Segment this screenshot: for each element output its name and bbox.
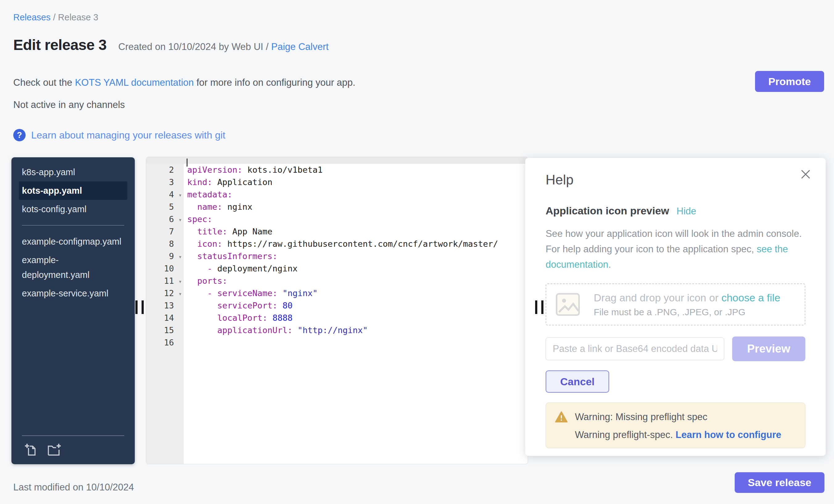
icon-dropzone[interactable]: Drag and drop your icon or choose a file… bbox=[546, 283, 805, 325]
question-circle-icon: ? bbox=[13, 129, 26, 141]
file-item-kots-app.yaml[interactable]: kots-app.yaml bbox=[19, 181, 127, 200]
warning-detail-text: Warning preflight-spec. bbox=[575, 429, 676, 440]
add-folder-icon[interactable] bbox=[47, 443, 61, 457]
warning-triangle-icon bbox=[554, 410, 568, 424]
code-line-6[interactable]: spec: bbox=[187, 213, 528, 225]
help-body: See how your application icon will look … bbox=[546, 226, 811, 272]
code-content[interactable]: ---apiVersion: kots.io/v1beta1kind: Appl… bbox=[187, 157, 528, 349]
line-number-4: 4▾ bbox=[146, 189, 183, 201]
fold-arrow-icon[interactable]: ▾ bbox=[179, 189, 182, 201]
line-numbers: 1234▾56▾789▾1011▾12▾13141516 bbox=[146, 157, 183, 349]
help-body-text-after: . bbox=[608, 259, 611, 270]
code-line-16[interactable] bbox=[187, 336, 528, 349]
file-item-example-service.yaml[interactable]: example-service.yaml bbox=[19, 284, 127, 303]
editor-resize-handle[interactable] bbox=[535, 301, 544, 314]
file-list: k8s-app.yamlkots-app.yamlkots-config.yam… bbox=[12, 157, 135, 308]
docs-hint-text: Check out the bbox=[13, 77, 75, 88]
icon-preview-title: Application icon preview bbox=[546, 205, 669, 217]
yaml-editor[interactable]: 1234▾56▾789▾1011▾12▾13141516 ---apiVersi… bbox=[146, 157, 528, 464]
code-line-15[interactable]: applicationUrl: "http://nginx" bbox=[187, 324, 528, 336]
line-number-9: 9▾ bbox=[146, 250, 183, 262]
line-number-16: 16 bbox=[146, 336, 183, 349]
breadcrumb-current: Release 3 bbox=[58, 12, 98, 22]
line-number-12: 12▾ bbox=[146, 287, 183, 300]
code-line-2[interactable]: apiVersion: kots.io/v1beta1 bbox=[187, 164, 528, 176]
preview-button[interactable]: Preview bbox=[732, 336, 805, 361]
sidebar-footer bbox=[22, 436, 124, 457]
created-info: Created on 10/10/2024 by Web UI / Paige … bbox=[118, 41, 329, 52]
fold-arrow-icon[interactable]: ▾ bbox=[179, 214, 182, 226]
docs-hint-text-after: for more info on configuring your app. bbox=[194, 77, 355, 88]
breadcrumb: Releases / Release 3 bbox=[13, 12, 98, 23]
sidebar-resize-handle[interactable] bbox=[135, 301, 144, 314]
help-title: Help bbox=[546, 172, 826, 188]
dropzone-hint: File must be a .PNG, .JPEG, or .JPG bbox=[594, 307, 780, 317]
warning-title: Warning: Missing preflight spec bbox=[575, 412, 707, 422]
code-line-8[interactable]: icon: https://raw.githubusercontent.com/… bbox=[187, 238, 528, 250]
author-link[interactable]: Paige Calvert bbox=[271, 41, 328, 52]
line-number-2: 2 bbox=[146, 164, 183, 176]
breadcrumb-link-releases[interactable]: Releases bbox=[13, 12, 50, 22]
learn-configure-link[interactable]: Learn how to configure bbox=[676, 429, 781, 440]
help-panel: Help Application icon previewHide See ho… bbox=[525, 158, 826, 456]
docs-hint: Check out the KOTS YAML documentation fo… bbox=[13, 77, 355, 88]
line-number-10: 10 bbox=[146, 262, 183, 275]
code-line-7[interactable]: title: App Name bbox=[187, 225, 528, 238]
code-line-3[interactable]: kind: Application bbox=[187, 176, 528, 189]
icon-url-input[interactable] bbox=[546, 337, 724, 360]
close-icon[interactable] bbox=[798, 167, 813, 181]
line-number-13: 13 bbox=[146, 300, 183, 312]
file-sidebar: k8s-app.yamlkots-app.yamlkots-config.yam… bbox=[12, 157, 135, 464]
line-number-14: 14 bbox=[146, 312, 183, 324]
fold-arrow-icon[interactable]: ▾ bbox=[179, 250, 182, 263]
file-item-k8s-app.yaml[interactable]: k8s-app.yaml bbox=[19, 163, 127, 181]
line-number-6: 6▾ bbox=[146, 213, 183, 225]
last-modified-text: Last modified on 10/10/2024 bbox=[13, 482, 134, 493]
text-cursor bbox=[186, 158, 188, 167]
file-item-kots-config.yaml[interactable]: kots-config.yaml bbox=[19, 200, 127, 218]
line-number-5: 5 bbox=[146, 201, 183, 213]
code-line-10[interactable]: - deployment/nginx bbox=[187, 262, 528, 275]
file-item-example-configmap.yaml[interactable]: example-configmap.yaml bbox=[19, 232, 127, 251]
release-editor-page: Releases / Release 3 Edit release 3 Crea… bbox=[0, 0, 834, 504]
cancel-button[interactable]: Cancel bbox=[546, 370, 609, 393]
file-item-example-deployment.yaml[interactable]: example-deployment.yaml bbox=[19, 251, 127, 284]
line-number-15: 15 bbox=[146, 324, 183, 336]
choose-file-link[interactable]: choose a file bbox=[721, 292, 780, 304]
code-line-5[interactable]: name: nginx bbox=[187, 201, 528, 213]
code-line-12[interactable]: - serviceName: "nginx" bbox=[187, 287, 528, 300]
breadcrumb-separator: / bbox=[53, 12, 56, 22]
line-number-8: 8 bbox=[146, 238, 183, 250]
fold-arrow-icon[interactable]: ▾ bbox=[179, 287, 182, 300]
line-number-3: 3 bbox=[146, 176, 183, 189]
code-line-9[interactable]: statusInformers: bbox=[187, 250, 528, 262]
channel-status: Not active in any channels bbox=[13, 99, 125, 110]
code-line-4[interactable]: metadata: bbox=[187, 189, 528, 201]
editor-top-strip bbox=[146, 157, 528, 164]
created-text: Created on 10/10/2024 by Web UI / bbox=[118, 41, 269, 52]
fold-arrow-icon[interactable]: ▾ bbox=[179, 275, 182, 287]
page-title: Edit release 3 bbox=[13, 37, 107, 53]
dropzone-text: Drag and drop your icon or bbox=[594, 292, 721, 304]
promote-button[interactable]: Promote bbox=[755, 71, 824, 92]
code-line-13[interactable]: servicePort: 80 bbox=[187, 300, 528, 312]
dropzone-label: Drag and drop your icon or choose a file bbox=[594, 292, 780, 304]
warning-box: Warning: Missing preflight spec Warning … bbox=[546, 402, 805, 448]
warning-detail: Warning preflight-spec. Learn how to con… bbox=[575, 429, 796, 440]
code-line-11[interactable]: ports: bbox=[187, 275, 528, 287]
hide-link[interactable]: Hide bbox=[677, 206, 697, 217]
code-line-14[interactable]: localPort: 8888 bbox=[187, 312, 528, 324]
save-release-button[interactable]: Save release bbox=[735, 472, 825, 493]
image-placeholder-icon bbox=[554, 290, 582, 319]
line-number-11: 11▾ bbox=[146, 275, 183, 287]
add-file-icon[interactable] bbox=[24, 443, 39, 457]
kots-docs-link[interactable]: KOTS YAML documentation bbox=[75, 77, 194, 88]
git-releases-link[interactable]: Learn about managing your releases with … bbox=[31, 130, 225, 141]
line-number-7: 7 bbox=[146, 225, 183, 238]
file-list-divider bbox=[22, 225, 124, 225]
